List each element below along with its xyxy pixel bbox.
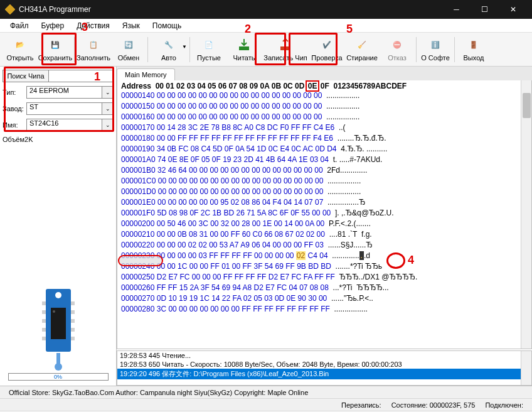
svg-point-18 (55, 363, 62, 371)
fill-icon: 📋 (86, 38, 101, 53)
hex-row[interactable]: 00000220 00 00 00 02 02 00 53 A7 A9 06 0… (121, 240, 528, 251)
log-line-selected[interactable]: 19:29:20 496 保存文件: D:\Program Files (x86… (117, 369, 531, 379)
svg-rect-5 (51, 308, 66, 339)
svg-rect-14 (71, 319, 75, 323)
svg-rect-15 (71, 328, 75, 332)
hex-row[interactable]: 00000230 00 00 00 00 03 FF FF FF FF 00 0… (121, 251, 528, 261)
hex-row[interactable]: 00000200 00 50 46 00 3C 00 32 00 28 00 1… (121, 219, 528, 229)
chip-search-button[interactable]: Поиск Чипа (3, 70, 49, 82)
menu-language[interactable]: Язык (116, 20, 146, 31)
svg-rect-12 (71, 301, 75, 305)
svg-rect-16 (71, 337, 75, 340)
vendor-select[interactable]: ST (26, 102, 102, 115)
hex-editor[interactable]: Address 00 01 02 03 04 05 06 07 08 09 0A… (117, 80, 532, 349)
verify-button[interactable]: ✔️Проверка (309, 34, 344, 65)
auto-icon: 🔧 (161, 38, 176, 53)
status-store: Official Store: SkyGz.TaoBao.Com Author:… (4, 389, 313, 396)
hex-row[interactable]: 00000180 00 00 FF FF FF FF FF FF FF FF F… (121, 133, 528, 144)
name-select[interactable]: ST24C16 (26, 119, 102, 131)
exit-button[interactable]: 🚪Выход (456, 34, 491, 65)
menu-bar: Файл Буфер Действия Язык Помощь (0, 19, 532, 33)
svg-rect-10 (42, 328, 46, 332)
menu-actions[interactable]: Действия (70, 20, 116, 31)
name-row: Имя: ST24C16 ⌄ (3, 118, 114, 132)
log-scrollbar[interactable] (521, 351, 531, 385)
chip-search-input[interactable] (49, 70, 114, 82)
menu-help[interactable]: Помощь (146, 20, 188, 31)
log-panel[interactable]: 19:28:53 445 Чтение... 19:28:53 650 Чита… (117, 350, 532, 386)
fill-button[interactable]: 📋Заполнить (76, 34, 111, 65)
read-button[interactable]: Читать (226, 34, 262, 65)
log-line[interactable]: 19:28:53 650 Читать - Скорость: 10088 By… (117, 360, 531, 369)
hex-row[interactable]: 00000170 00 14 28 3C 2E 78 B8 8C A0 C8 D… (121, 122, 528, 133)
vendor-row: Завод: ST ⌄ (3, 102, 114, 116)
right-panel: Main Memory Address 00 01 02 03 04 05 06… (117, 67, 532, 386)
type-label: Тип: (3, 89, 26, 96)
hex-row[interactable]: 00000250 D2 E7 FC 00 00 00 FF FF FF FF D… (121, 272, 528, 283)
write-button[interactable]: Записать Чип (262, 34, 309, 65)
chevron-down-icon[interactable]: ⌄ (102, 119, 114, 131)
svg-rect-9 (42, 319, 46, 323)
svg-rect-7 (42, 301, 46, 305)
main-area: Поиск Чипа Тип: 24 EEPROM ⌄ Завод: ST ⌄ … (0, 67, 532, 386)
scrollbar-thumb[interactable] (523, 93, 531, 118)
hex-row[interactable]: 00000270 0D 10 19 19 1C 14 22 FA 02 05 0… (121, 293, 528, 304)
maximize-button[interactable]: ☐ (471, 0, 499, 19)
hex-scrollbar[interactable] (521, 80, 531, 349)
svg-rect-2 (280, 46, 290, 50)
svg-rect-8 (42, 310, 46, 314)
tab-main-memory[interactable]: Main Memory (117, 68, 175, 80)
about-icon: ℹ️ (428, 38, 443, 53)
erase-button[interactable]: 🧹Стирание (344, 34, 380, 65)
toolbar: 📂Открыть 💾Сохранить 📋Заполнить 🔄Обмен 🔧А… (0, 33, 532, 67)
window-title: CH341A Programmer (19, 5, 442, 14)
separator (454, 37, 455, 62)
empty-button[interactable]: 📄Пустые (191, 34, 226, 65)
hex-row[interactable]: 00000280 3C 00 00 00 00 00 00 00 FF FF F… (121, 304, 528, 315)
swap-button[interactable]: 🔄Обмен (111, 34, 146, 65)
auto-button[interactable]: 🔧Авто▼ (149, 34, 188, 65)
status-connection: Подключен: (480, 401, 528, 409)
read-icon (237, 38, 252, 53)
close-button[interactable]: ✕ (499, 0, 527, 19)
svg-point-6 (53, 310, 55, 313)
status-bar: Official Store: SkyGz.TaoBao.Com Author:… (0, 386, 532, 411)
tabs: Main Memory (117, 67, 532, 80)
hex-row[interactable]: 000001E0 00 00 00 00 00 00 95 02 08 86 0… (121, 197, 528, 208)
menu-buffer[interactable]: Буфер (35, 20, 71, 31)
minimize-button[interactable]: ─ (442, 0, 471, 19)
progress-bar: 0% (8, 373, 109, 381)
svg-rect-0 (5, 4, 15, 14)
type-select[interactable]: 24 EEPROM (26, 86, 102, 99)
separator (416, 37, 417, 62)
hex-row[interactable]: 00000240 00 00 1C 00 00 FF 01 00 FF 3F 5… (121, 261, 528, 272)
svg-rect-13 (71, 310, 75, 314)
hex-row[interactable]: 00000210 00 00 0B 08 31 00 00 FF 60 C0 6… (121, 229, 528, 240)
hex-row[interactable]: 000001B0 32 46 64 00 00 00 00 00 00 00 0… (121, 165, 528, 176)
log-line[interactable]: 19:28:53 445 Чтение... (117, 351, 531, 360)
hex-row[interactable]: 000001C0 00 00 00 00 00 00 00 00 00 00 0… (121, 176, 528, 187)
swap-icon: 🔄 (121, 38, 136, 53)
save-button[interactable]: 💾Сохранить (38, 34, 73, 65)
hex-row[interactable]: 00000160 00 00 00 00 00 00 00 00 00 00 0… (121, 112, 528, 122)
hex-row[interactable]: 00000190 34 0B FC 08 C4 5D 0F 0A 54 1D 0… (121, 144, 528, 154)
hex-row[interactable]: 000001A0 74 0E 8E 0F 05 0F 19 23 2D 41 4… (121, 154, 528, 165)
chevron-down-icon[interactable]: ⌄ (102, 86, 114, 99)
hex-row[interactable]: 000001F0 5D 08 98 0F 2C 1B BD 26 71 5A 8… (121, 208, 528, 219)
hex-row[interactable]: 00000260 FF FF 15 2A 3F 54 69 94 A8 D2 E… (121, 283, 528, 293)
menu-file[interactable]: Файл (4, 20, 35, 31)
vendor-label: Завод: (3, 105, 26, 112)
hex-row[interactable]: 00000140 00 00 00 00 00 00 00 00 00 00 0… (121, 90, 528, 101)
exit-icon: 🚪 (466, 38, 481, 53)
erase-icon: 🧹 (354, 38, 370, 53)
svg-point-4 (55, 292, 61, 298)
name-label: Имя: (3, 121, 26, 129)
about-button[interactable]: ℹ️О Софте (418, 34, 453, 65)
svg-rect-11 (42, 337, 46, 340)
hex-row[interactable]: 000001D0 00 00 00 00 00 00 00 00 00 00 0… (121, 187, 528, 197)
cancel-button[interactable]: ⛔Отказ (380, 34, 415, 65)
hex-row[interactable]: 00000150 00 00 00 00 00 00 00 00 00 00 0… (121, 101, 528, 112)
open-button[interactable]: 📂Открыть (3, 34, 38, 65)
svg-rect-17 (56, 353, 60, 364)
chevron-down-icon[interactable]: ⌄ (102, 102, 114, 115)
